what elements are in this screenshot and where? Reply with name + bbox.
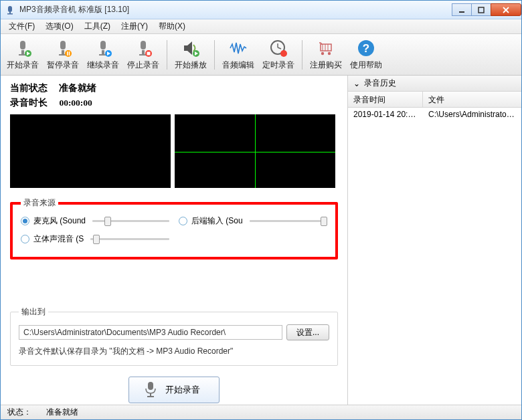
svg-rect-7	[20, 41, 25, 49]
svg-rect-17	[69, 51, 70, 56]
svg-point-40	[328, 52, 331, 55]
minimize-button[interactable]	[452, 3, 472, 16]
svg-rect-45	[147, 396, 154, 397]
window-title: MP3音频录音机 标准版 [13.10]	[19, 4, 452, 15]
mic-pause-icon	[53, 38, 73, 58]
maximize-button[interactable]	[471, 3, 491, 16]
source-group: 录音来源 麦克风 (Sound 后端输入 (Sou 立体声混音 (S	[10, 197, 338, 259]
menu-options[interactable]: 选项(O)	[40, 19, 78, 33]
toolbar-sep	[214, 40, 215, 70]
radio-linein-label: 后端输入 (Sou	[191, 215, 243, 227]
svg-rect-18	[100, 41, 106, 49]
svg-marker-28	[184, 41, 192, 55]
tool-help-label: 使用帮助	[350, 60, 382, 71]
app-window: MP3音频录音机 标准版 [13.10] 文件(F) 选项(O) 工具(Z) 注…	[0, 0, 522, 420]
svg-rect-0	[8, 6, 12, 12]
svg-rect-3	[459, 11, 464, 13]
tool-pause-record-label: 暂停录音	[47, 60, 79, 71]
history-title: 录音历史	[364, 78, 396, 89]
col-file[interactable]: 文件	[423, 92, 521, 107]
tool-purchase-label: 注册购买	[310, 60, 342, 71]
radio-mic-label: 麦克风 (Sound	[33, 215, 86, 227]
tool-start-record-label: 开始录音	[7, 60, 39, 71]
output-group: 输出到 设置... 录音文件默认保存目录为 "我的文档 -> MP3 Audio…	[10, 306, 338, 366]
output-path-input[interactable]	[19, 325, 282, 340]
svg-rect-16	[67, 51, 68, 56]
svg-rect-19	[102, 50, 104, 54]
radio-linein[interactable]	[179, 217, 187, 225]
svg-text:?: ?	[363, 42, 369, 55]
menu-tools[interactable]: 工具(Z)	[79, 19, 116, 33]
tool-purchase[interactable]: 注册购买	[307, 36, 345, 74]
clock-record-icon	[268, 38, 288, 58]
statusbar: 状态： 准备就绪	[1, 405, 521, 419]
duration-label: 录音时长	[10, 98, 48, 108]
tool-start-record[interactable]: 开始录音	[3, 36, 42, 74]
svg-rect-2	[7, 13, 13, 15]
current-state-value: 准备就绪	[59, 83, 96, 93]
tool-stop-record-label: 停止录音	[127, 60, 159, 71]
visualizers	[10, 114, 338, 188]
tool-resume-record[interactable]: 继续录音	[84, 36, 122, 74]
history-row[interactable]: 2019-01-14 20:00:56 C:\Users\Administrat…	[348, 108, 521, 122]
tool-audio-edit[interactable]: 音频编辑	[219, 36, 258, 74]
history-columns: 录音时间 文件	[348, 92, 521, 108]
svg-point-34	[280, 50, 287, 57]
tool-resume-record-label: 继续录音	[87, 60, 119, 71]
svg-rect-13	[62, 50, 64, 54]
tool-stop-record[interactable]: 停止录音	[124, 36, 163, 74]
menu-register[interactable]: 注册(Y)	[116, 19, 153, 33]
history-header[interactable]: ⌄ 录音历史	[348, 76, 521, 92]
history-row-file: C:\Users\Administrator\...	[423, 108, 521, 122]
tool-timer-record[interactable]: 定时录音	[259, 36, 298, 74]
wave-visualizer	[175, 114, 335, 188]
tool-play[interactable]: 开始播放	[171, 36, 210, 74]
duration-value: 00:00:00	[59, 98, 92, 108]
svg-rect-8	[21, 50, 24, 54]
svg-line-33	[278, 47, 281, 49]
current-state: 当前状态 准备就绪	[10, 82, 338, 94]
tool-pause-record[interactable]: 暂停录音	[44, 36, 82, 74]
slider-stereo-mix[interactable]	[90, 238, 169, 240]
output-set-button[interactable]: 设置...	[286, 324, 329, 340]
window-body: 当前状态 准备就绪 录音时长 00:00:00 录音来源 麦克风 (Sound	[1, 76, 521, 405]
radio-stereo-mix[interactable]	[21, 235, 29, 243]
tool-audio-edit-label: 音频编辑	[222, 60, 254, 71]
titlebar: MP3音频录音机 标准版 [13.10]	[1, 1, 521, 19]
radio-stereo-mix-label: 立体声混音 (S	[33, 233, 84, 245]
tool-timer-record-label: 定时录音	[262, 60, 294, 71]
svg-point-15	[65, 50, 72, 57]
tool-help[interactable]: ? 使用帮助	[347, 36, 385, 74]
col-time[interactable]: 录音时间	[348, 92, 423, 107]
svg-rect-4	[478, 7, 484, 13]
menu-file[interactable]: 文件(F)	[3, 19, 40, 33]
svg-point-39	[321, 52, 324, 55]
current-state-label: 当前状态	[10, 83, 48, 93]
mic-stop-icon	[133, 38, 153, 58]
statusbar-value: 准备就绪	[46, 407, 78, 418]
big-record-button[interactable]: 开始录音	[128, 377, 220, 403]
svg-rect-24	[142, 50, 145, 54]
statusbar-label: 状态：	[7, 407, 31, 418]
svg-rect-35	[321, 44, 331, 51]
waveform-icon	[228, 38, 248, 58]
slider-linein[interactable]	[250, 220, 327, 222]
speaker-play-icon	[181, 38, 201, 58]
mic-icon	[143, 381, 159, 400]
mic-green-icon	[13, 38, 33, 58]
output-hint: 录音文件默认保存目录为 "我的文档 -> MP3 Audio Recorder"	[19, 346, 329, 357]
rec-duration: 录音时长 00:00:00	[10, 97, 338, 109]
menu-help[interactable]: 帮助(X)	[153, 19, 191, 33]
radio-mic[interactable]	[21, 217, 29, 225]
slider-mic[interactable]	[92, 220, 169, 222]
toolbar: 开始录音 暂停录音 继续录音 停止录音 开始播放 音频编辑 定时录音	[1, 34, 521, 76]
tool-play-label: 开始播放	[175, 60, 207, 71]
svg-rect-44	[150, 393, 151, 396]
history-row-time: 2019-01-14 20:00:56	[348, 108, 423, 122]
cart-icon	[316, 38, 336, 58]
chevron-down-icon: ⌄	[353, 79, 360, 88]
toolbar-sep	[167, 40, 167, 70]
main-panel: 当前状态 准备就绪 录音时长 00:00:00 录音来源 麦克风 (Sound	[1, 76, 347, 405]
close-button[interactable]	[491, 3, 521, 16]
svg-rect-27	[147, 52, 151, 56]
